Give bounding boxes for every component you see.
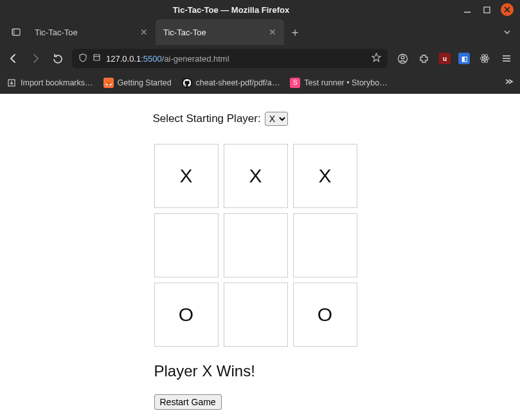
extension-react-icon[interactable] bbox=[478, 51, 492, 66]
window-titlebar: Tic-Tac-Toe — Mozilla Firefox bbox=[0, 0, 520, 19]
tabs-overflow-button[interactable] bbox=[494, 19, 520, 45]
extensions-icon[interactable] bbox=[417, 51, 431, 66]
account-icon[interactable] bbox=[395, 51, 409, 66]
back-button[interactable] bbox=[6, 51, 21, 66]
url-host: 127.0.0.1 bbox=[106, 54, 141, 64]
tab-1[interactable]: Tic-Tac-Toe ✕ bbox=[156, 19, 284, 45]
bookmark-star-icon[interactable] bbox=[372, 53, 381, 64]
svg-rect-1 bbox=[484, 7, 490, 13]
tab-close-icon[interactable]: ✕ bbox=[140, 27, 148, 37]
cell-2[interactable]: X bbox=[293, 144, 357, 208]
svg-rect-5 bbox=[12, 29, 15, 35]
cell-1[interactable]: X bbox=[224, 144, 288, 208]
tab-title: Tic-Tac-Toe bbox=[35, 28, 135, 37]
cell-7[interactable] bbox=[224, 283, 288, 347]
tab-strip: Tic-Tac-Toe ✕ Tic-Tac-Toe ✕ ＋ bbox=[0, 19, 520, 45]
storybook-icon: S bbox=[290, 78, 300, 88]
firefox-icon: 🦊 bbox=[103, 78, 114, 88]
svg-point-10 bbox=[401, 56, 404, 59]
forward-button[interactable] bbox=[28, 51, 42, 66]
shield-icon bbox=[78, 53, 87, 64]
cell-5[interactable] bbox=[293, 213, 357, 277]
cell-8[interactable]: O bbox=[293, 283, 357, 347]
svg-point-11 bbox=[484, 58, 486, 60]
window-minimize-button[interactable] bbox=[462, 4, 472, 15]
bookmark-label: cheat-sheet-pdf/pdf/a… bbox=[196, 78, 280, 87]
url-text: 127.0.0.1:5500/ai-generated.html bbox=[106, 54, 229, 64]
nav-toolbar: 127.0.0.1:5500/ai-generated.html u ◧ bbox=[0, 45, 520, 72]
svg-marker-8 bbox=[372, 53, 381, 62]
bookmark-label: Getting Started bbox=[118, 78, 172, 87]
game-board: X X X O O bbox=[154, 144, 366, 347]
starting-player-select[interactable]: X bbox=[265, 112, 288, 126]
new-tab-button[interactable]: ＋ bbox=[284, 19, 306, 45]
tab-close-icon[interactable]: ✕ bbox=[269, 27, 276, 37]
page-info-icon bbox=[93, 53, 101, 64]
bookmark-storybook[interactable]: S Test runner • Storybo… bbox=[290, 78, 387, 88]
import-bookmarks-icon bbox=[6, 78, 17, 88]
cell-0[interactable]: X bbox=[154, 144, 219, 208]
game-status: Player X Wins! bbox=[154, 362, 366, 380]
app-menu-button[interactable] bbox=[499, 51, 514, 66]
page-content: Select Starting Player: X X X X O O Play… bbox=[0, 94, 520, 420]
bookmarks-overflow-button[interactable] bbox=[503, 77, 514, 88]
bookmark-label: Import bookmarks… bbox=[21, 78, 93, 87]
firefox-view-button[interactable] bbox=[5, 19, 27, 45]
selector-label: Select Starting Player: bbox=[153, 112, 261, 125]
window-title: Tic-Tac-Toe — Mozilla Firefox bbox=[0, 5, 462, 15]
url-bar[interactable]: 127.0.0.1:5500/ai-generated.html bbox=[72, 49, 388, 68]
bookmark-getting-started[interactable]: 🦊 Getting Started bbox=[103, 78, 172, 88]
tab-title: Tic-Tac-Toe bbox=[163, 28, 264, 37]
extension-blue-icon[interactable]: ◧ bbox=[458, 53, 470, 64]
tab-0[interactable]: Tic-Tac-Toe ✕ bbox=[27, 19, 156, 45]
reload-button[interactable] bbox=[50, 51, 64, 66]
starting-player-selector: Select Starting Player: X bbox=[153, 112, 366, 126]
ublock-icon[interactable]: u bbox=[439, 53, 451, 64]
cell-4[interactable] bbox=[224, 213, 288, 277]
cell-6[interactable]: O bbox=[154, 283, 219, 347]
bookmark-import[interactable]: Import bookmarks… bbox=[6, 78, 93, 88]
bookmark-cheatsheet[interactable]: cheat-sheet-pdf/pdf/a… bbox=[182, 78, 280, 88]
window-close-button[interactable] bbox=[501, 3, 514, 16]
url-path: /ai-generated.html bbox=[162, 54, 229, 64]
github-icon bbox=[182, 78, 192, 88]
window-maximize-button[interactable] bbox=[481, 4, 492, 15]
url-port: :5500 bbox=[141, 54, 162, 64]
bookmarks-toolbar: Import bookmarks… 🦊 Getting Started chea… bbox=[0, 72, 520, 94]
restart-button[interactable]: Restart Game bbox=[154, 394, 222, 410]
svg-rect-6 bbox=[94, 55, 100, 60]
cell-3[interactable] bbox=[154, 213, 219, 277]
bookmark-label: Test runner • Storybo… bbox=[304, 78, 387, 87]
